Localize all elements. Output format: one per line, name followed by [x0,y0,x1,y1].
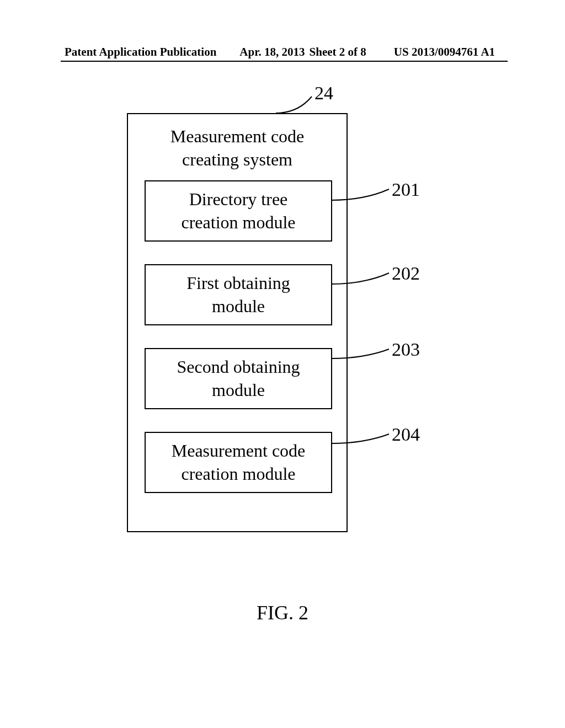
header-rule [61,61,508,62]
module-label-line1: Second obtaining [177,357,300,377]
leader-line-icon [276,94,315,116]
figure-area: 24 Measurement code creating system Dire… [0,83,565,579]
system-title-line2: creating system [182,149,292,169]
module-label-line1: Directory tree [189,189,288,209]
publication-type: Patent Application Publication [65,45,216,59]
module-ref-label: 203 [392,339,420,360]
leader-line-icon [331,270,392,287]
module-box-204: Measurement code creation module [145,432,332,493]
module-ref-label: 202 [392,263,420,284]
leader-line-icon [331,347,392,361]
page-header: Patent Application Publication Apr. 18, … [0,45,565,59]
module-label-line2: module [212,296,265,316]
module-label-line2: module [212,380,265,400]
module-label-line1: Measurement code [172,441,306,461]
module-ref-label: 201 [392,179,420,200]
module-box-201: Directory tree creation module [145,180,332,242]
module-box-202: First obtaining module [145,264,332,325]
system-title-line1: Measurement code [170,126,305,146]
leader-line-icon [331,186,392,203]
system-box: Measurement code creating system Directo… [127,113,348,532]
module-ref-label: 204 [392,424,420,445]
module-label-line1: First obtaining [186,273,290,293]
publication-date: Apr. 18, 2013 [239,45,305,59]
figure-caption: FIG. 2 [0,601,565,624]
module-label-line2: creation module [181,212,295,232]
sheet-number: Sheet 2 of 8 [310,45,366,59]
leader-line-icon [331,432,392,446]
module-label-line2: creation module [181,464,295,484]
system-ref-label: 24 [315,83,333,104]
system-title: Measurement code creating system [128,125,347,171]
publication-number: US 2013/0094761 A1 [394,45,495,59]
module-box-203: Second obtaining module [145,348,332,409]
